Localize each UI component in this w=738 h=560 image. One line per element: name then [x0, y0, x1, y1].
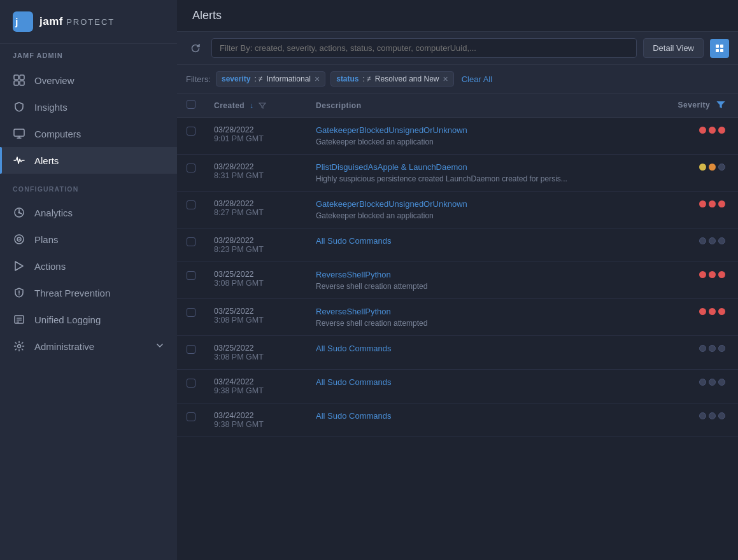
- row-0-alert-name[interactable]: GatekeeperBlockedUnsignedOrUnknown: [316, 125, 653, 135]
- filter-tag-status-value: Resolved and New: [375, 74, 439, 83]
- row-3-alert-name[interactable]: All Sudo Commands: [316, 236, 653, 246]
- filter-tag-severity-close[interactable]: ×: [315, 74, 320, 83]
- sidebar-item-insights[interactable]: Insights: [0, 94, 177, 120]
- sidebar-label-plans: Plans: [34, 234, 59, 245]
- row-7-check: [177, 370, 205, 403]
- filter-tag-status-close[interactable]: ×: [443, 74, 448, 83]
- svg-rect-20: [716, 49, 719, 52]
- table-row: 03/24/20229:38 PM GMTAll Sudo Commands: [177, 370, 738, 403]
- row-3-severity-dots: [671, 237, 725, 244]
- row-0-severity-dots: [671, 127, 725, 134]
- row-2-checkbox[interactable]: [187, 200, 195, 209]
- row-2-dot-2: [718, 200, 725, 207]
- row-1-created: 03/28/20228:31 PM GMT: [205, 155, 307, 192]
- row-8-checkbox[interactable]: [187, 412, 195, 421]
- main-nav: Overview Insights Computers: [0, 64, 177, 176]
- row-0-alert-detail: Gatekeeper blocked an application: [316, 137, 434, 146]
- filter-tag-status-key: status: [336, 74, 358, 83]
- row-6-severity-dots: [671, 345, 725, 352]
- row-6-checkbox[interactable]: [187, 345, 195, 354]
- svg-rect-6: [14, 129, 24, 136]
- sidebar-item-actions[interactable]: Actions: [0, 253, 177, 279]
- row-0-created: 03/28/20229:01 PM GMT: [205, 118, 307, 155]
- row-0-severity: [662, 118, 738, 155]
- row-5-created: 03/25/20223:08 PM GMT: [205, 299, 307, 336]
- th-severity: Severity: [662, 94, 738, 118]
- sidebar-item-plans[interactable]: Plans: [0, 226, 177, 253]
- sidebar: j jamf PROTECT JAMF ADMIN Overview: [0, 0, 177, 560]
- row-3-dot-2: [718, 237, 725, 244]
- filters-row: Filters: severity : ≠ Informational × st…: [177, 65, 738, 94]
- filter-icon-severity[interactable]: [716, 100, 725, 111]
- row-4-alert-name[interactable]: ReverseShellPython: [316, 270, 653, 279]
- row-5-alert-name[interactable]: ReverseShellPython: [316, 307, 653, 316]
- row-8-severity-dots: [671, 412, 725, 419]
- row-8-dot-0: [699, 412, 706, 419]
- sidebar-label-threat-prevention: Threat Prevention: [34, 288, 110, 298]
- analytics-icon: [13, 206, 25, 219]
- sidebar-item-threat-prevention[interactable]: Threat Prevention: [0, 279, 177, 306]
- sidebar-item-analytics[interactable]: Analytics: [0, 199, 177, 226]
- user-label: JAMF ADMIN: [0, 44, 177, 64]
- view-toggle-button[interactable]: [710, 39, 729, 58]
- table-row: 03/28/20228:31 PM GMTPlistDisguisedAsApp…: [177, 155, 738, 192]
- table-row: 03/28/20228:23 PM GMTAll Sudo Commands: [177, 228, 738, 262]
- row-0-dot-1: [709, 127, 716, 134]
- svg-text:j: j: [15, 17, 18, 27]
- sidebar-item-administrative[interactable]: Administrative: [0, 333, 177, 360]
- select-all-checkbox[interactable]: [187, 100, 195, 109]
- row-1-alert-detail: Highly suspicious persistence created La…: [316, 174, 567, 183]
- clear-all-button[interactable]: Clear All: [459, 74, 495, 84]
- row-0-checkbox[interactable]: [187, 127, 195, 136]
- row-5-alert-detail: Reverse shell creation attempted: [316, 319, 427, 328]
- row-3-checkbox[interactable]: [187, 237, 195, 246]
- shield-icon: [13, 101, 25, 113]
- sidebar-item-alerts[interactable]: Alerts: [0, 147, 177, 174]
- sidebar-item-overview[interactable]: Overview: [0, 67, 177, 94]
- row-3-severity: [662, 228, 738, 262]
- row-4-checkbox[interactable]: [187, 271, 195, 280]
- row-2-alert-name[interactable]: GatekeeperBlockedUnsignedOrUnknown: [316, 199, 653, 209]
- row-8-check: [177, 403, 205, 437]
- alerts-table: Created ↓ Description Severity: [177, 94, 738, 437]
- row-7-alert-name[interactable]: All Sudo Commands: [316, 377, 653, 387]
- page-header: Alerts: [177, 0, 738, 32]
- refresh-button[interactable]: [186, 39, 205, 58]
- th-created[interactable]: Created ↓: [205, 94, 307, 118]
- row-8-alert-name[interactable]: All Sudo Commands: [316, 411, 653, 421]
- row-6-alert-name[interactable]: All Sudo Commands: [316, 344, 653, 353]
- row-7-checkbox[interactable]: [187, 379, 195, 388]
- table-row: 03/28/20229:01 PM GMTGatekeeperBlockedUn…: [177, 118, 738, 155]
- svg-rect-3: [20, 75, 24, 80]
- pulse-icon: [13, 154, 25, 167]
- row-0-dot-2: [718, 127, 725, 134]
- table-row: 03/24/20229:38 PM GMTAll Sudo Commands: [177, 403, 738, 437]
- sidebar-item-unified-logging[interactable]: Unified Logging: [0, 306, 177, 333]
- log-icon: [13, 313, 25, 326]
- grid-icon: [13, 74, 25, 87]
- row-5-checkbox[interactable]: [187, 308, 195, 317]
- row-8-date: 03/24/2022: [214, 411, 298, 420]
- row-1-alert-name[interactable]: PlistDisguisedAsApple & LaunchDaemon: [316, 162, 653, 172]
- row-2-date: 03/28/2022: [214, 199, 298, 208]
- row-1-check: [177, 155, 205, 192]
- row-7-date: 03/24/2022: [214, 377, 298, 386]
- detail-view-button[interactable]: Detail View: [643, 38, 704, 58]
- row-7-description: All Sudo Commands: [307, 370, 662, 403]
- row-6-check: [177, 336, 205, 370]
- row-5-dot-2: [718, 308, 725, 315]
- filter-input[interactable]: [211, 38, 637, 58]
- row-5-dot-0: [699, 308, 706, 315]
- filter-icon-created[interactable]: [259, 101, 266, 110]
- row-4-severity: [662, 262, 738, 299]
- svg-rect-2: [14, 75, 18, 80]
- row-1-checkbox[interactable]: [187, 164, 195, 172]
- row-3-created: 03/28/20228:23 PM GMT: [205, 228, 307, 262]
- row-5-dot-1: [709, 308, 716, 315]
- row-1-dot-0: [699, 164, 706, 171]
- row-1-severity: [662, 155, 738, 192]
- row-2-check: [177, 192, 205, 228]
- sidebar-item-computers[interactable]: Computers: [0, 120, 177, 147]
- filter-tag-severity: severity : ≠ Informational ×: [216, 71, 325, 87]
- row-4-dot-2: [718, 271, 725, 278]
